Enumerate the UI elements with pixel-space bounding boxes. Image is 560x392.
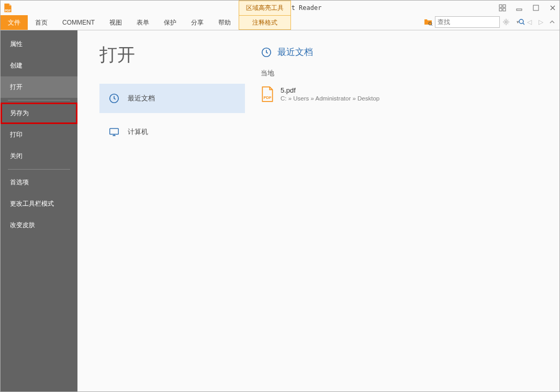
- sidebar-item-create[interactable]: 创建: [1, 55, 77, 76]
- computer-icon: [108, 126, 120, 138]
- main-area: 属性 创建 打开 另存为 打印 关闭 首选项 更改工具栏模式 改变皮肤 打开 最…: [1, 30, 559, 392]
- clock-icon: [261, 47, 272, 58]
- option-label: 计算机: [128, 127, 148, 137]
- titlebar: PDF 5.pdf * - Foxit Reader 区域高亮工具: [1, 1, 559, 15]
- sidebar-item-change-skin[interactable]: 改变皮肤: [1, 215, 77, 236]
- menu-file[interactable]: 文件: [1, 15, 28, 30]
- app-pdf-icon: PDF: [1, 1, 15, 15]
- highlight-tool-tab[interactable]: 区域高亮工具: [239, 1, 291, 15]
- minimize-icon[interactable]: [514, 3, 524, 13]
- option-label: 最近文档: [128, 94, 155, 103]
- sidebar-item-save-as[interactable]: 另存为: [1, 103, 77, 124]
- dropdown-icon[interactable]: ▾: [513, 18, 522, 26]
- recent-header-label: 最近文档: [277, 46, 313, 58]
- local-section-label: 当地: [261, 69, 549, 78]
- file-path: C: » Users » Administrator » Desktop: [281, 95, 379, 102]
- content-area: 打开 最近文档 计算机 最近文档 当地: [77, 30, 559, 392]
- recent-docs-column: 最近文档 当地 PDF 5.pdf C: » Users » Administr…: [255, 30, 559, 392]
- svg-rect-11: [110, 129, 119, 135]
- annotation-format-tab[interactable]: 注释格式: [239, 15, 291, 30]
- file-menu-sidebar: 属性 创建 打开 另存为 打印 关闭 首选项 更改工具栏模式 改变皮肤: [1, 30, 77, 392]
- menu-help[interactable]: 帮助: [211, 15, 238, 30]
- svg-rect-3: [499, 8, 502, 11]
- divider: [8, 169, 70, 170]
- gear-icon[interactable]: [502, 18, 510, 26]
- sidebar-item-open[interactable]: 打开: [1, 76, 77, 98]
- file-name: 5.pdf: [281, 86, 379, 94]
- option-recent-docs[interactable]: 最近文档: [99, 84, 245, 113]
- menu-share[interactable]: 分享: [184, 15, 211, 30]
- svg-rect-2: [503, 5, 506, 7]
- sidebar-item-print[interactable]: 打印: [1, 124, 77, 145]
- sidebar-item-change-toolbar-mode[interactable]: 更改工具栏模式: [1, 193, 77, 215]
- svg-rect-6: [533, 5, 539, 10]
- menu-protect[interactable]: 保护: [156, 15, 184, 30]
- maximize-icon[interactable]: [531, 3, 541, 13]
- window-controls: [498, 1, 557, 15]
- menu-comment[interactable]: COMMENT: [55, 15, 102, 30]
- svg-rect-4: [503, 8, 506, 11]
- svg-rect-1: [499, 5, 502, 7]
- find-folder-icon[interactable]: [423, 17, 433, 27]
- sidebar-item-close[interactable]: 关闭: [1, 145, 77, 167]
- menu-view[interactable]: 视图: [102, 15, 129, 30]
- nav-next-icon[interactable]: ▷: [536, 18, 545, 26]
- sidebar-item-preferences[interactable]: 首选项: [1, 172, 77, 193]
- recent-file-item[interactable]: PDF 5.pdf C: » Users » Administrator » D…: [261, 84, 549, 104]
- page-title: 打开: [99, 43, 245, 67]
- collapse-icon[interactable]: [548, 18, 556, 26]
- divider: [8, 100, 70, 100]
- pdf-file-icon: PDF: [261, 86, 274, 102]
- clock-icon: [108, 92, 120, 105]
- option-computer[interactable]: 计算机: [99, 117, 245, 147]
- svg-text:PDF: PDF: [264, 95, 272, 100]
- menubar: 文件 首页 COMMENT 视图 表单 保护 分享 帮助 注释格式 ▾ ◁ ▷: [1, 15, 559, 30]
- open-options-column: 打开 最近文档 计算机: [77, 30, 255, 392]
- ribbon-toggle-icon[interactable]: [498, 3, 507, 13]
- file-info: 5.pdf C: » Users » Administrator » Deskt…: [281, 86, 379, 102]
- svg-point-9: [505, 21, 507, 23]
- recent-docs-header: 最近文档: [261, 46, 549, 58]
- menu-form[interactable]: 表单: [129, 15, 156, 30]
- search-box: [435, 16, 500, 28]
- svg-text:PDF: PDF: [5, 9, 11, 12]
- close-icon[interactable]: [548, 3, 557, 13]
- svg-rect-5: [517, 9, 522, 10]
- sidebar-item-properties[interactable]: 属性: [1, 33, 77, 55]
- menu-home[interactable]: 首页: [28, 15, 55, 30]
- search-area: ▾ ◁ ▷: [423, 16, 556, 28]
- nav-prev-icon[interactable]: ◁: [525, 18, 533, 26]
